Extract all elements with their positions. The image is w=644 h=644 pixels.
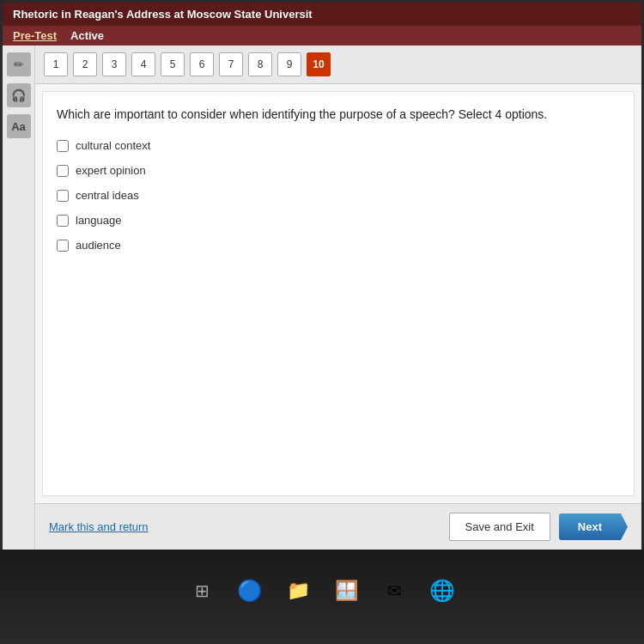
option-checkbox-1[interactable] [57, 165, 69, 177]
save-exit-button[interactable]: Save and Exit [449, 513, 550, 541]
options-container: cultural contextexpert opinioncentral id… [57, 139, 620, 252]
content-area: ✏ 🎧 Aa 12345678910 Which are important t… [3, 46, 641, 550]
option-checkbox-0[interactable] [57, 140, 69, 152]
mark-return-link[interactable]: Mark this and return [49, 520, 149, 533]
option-item-3[interactable]: language [57, 214, 620, 227]
bottom-bar: Mark this and return Save and Exit Next [35, 503, 641, 550]
option-label-0: cultural context [76, 139, 150, 152]
title-bar: Rhetoric in Reagan's Address at Moscow S… [3, 3, 641, 26]
option-checkbox-2[interactable] [57, 190, 69, 202]
sub-header: Pre-Test Active [3, 26, 641, 46]
mail-icon[interactable]: ✉ [379, 575, 410, 606]
question-num-7[interactable]: 7 [219, 52, 243, 76]
headphones-icon[interactable]: 🎧 [7, 83, 31, 107]
main-content: 12345678910 Which are important to consi… [35, 46, 641, 550]
next-button[interactable]: Next [559, 513, 628, 540]
chrome-icon[interactable]: 🌐 [427, 575, 458, 606]
active-label: Active [70, 29, 104, 42]
question-num-1[interactable]: 1 [44, 52, 68, 76]
option-label-1: expert opinion [76, 164, 146, 177]
edge-icon[interactable]: 🔵 [234, 575, 265, 606]
text-size-icon[interactable]: Aa [7, 114, 31, 138]
question-num-4[interactable]: 4 [131, 52, 155, 76]
question-num-3[interactable]: 3 [102, 52, 126, 76]
question-num-10[interactable]: 10 [307, 52, 331, 76]
question-num-5[interactable]: 5 [161, 52, 185, 76]
option-item-1[interactable]: expert opinion [57, 164, 620, 177]
title-text: Rhetoric in Reagan's Address at Moscow S… [13, 8, 313, 21]
question-num-2[interactable]: 2 [73, 52, 97, 76]
store-icon[interactable]: 🪟 [331, 575, 361, 606]
option-label-4: audience [76, 239, 121, 252]
question-text: Which are important to consider when ide… [57, 106, 620, 124]
option-item-2[interactable]: central ideas [57, 189, 620, 202]
question-nav: 12345678910 [35, 46, 641, 84]
option-checkbox-4[interactable] [57, 240, 69, 252]
pencil-icon[interactable]: ✏ [7, 52, 31, 76]
bottom-buttons: Save and Exit Next [449, 513, 628, 541]
question-panel: Which are important to consider when ide… [42, 91, 635, 496]
option-label-3: language [76, 214, 122, 227]
show-desktop-icon[interactable]: ⊞ [186, 575, 217, 606]
file-explorer-icon[interactable]: 📁 [283, 575, 313, 606]
pre-test-label[interactable]: Pre-Test [13, 29, 57, 42]
taskbar: ⊞ 🔵 📁 🪟 ✉ 🌐 [0, 550, 644, 644]
left-sidebar: ✏ 🎧 Aa [3, 46, 35, 550]
option-checkbox-3[interactable] [57, 215, 69, 227]
option-item-0[interactable]: cultural context [57, 139, 620, 152]
option-label-2: central ideas [76, 189, 139, 202]
option-item-4[interactable]: audience [57, 239, 620, 252]
question-num-9[interactable]: 9 [277, 52, 301, 76]
question-num-8[interactable]: 8 [248, 52, 272, 76]
question-num-6[interactable]: 6 [190, 52, 214, 76]
